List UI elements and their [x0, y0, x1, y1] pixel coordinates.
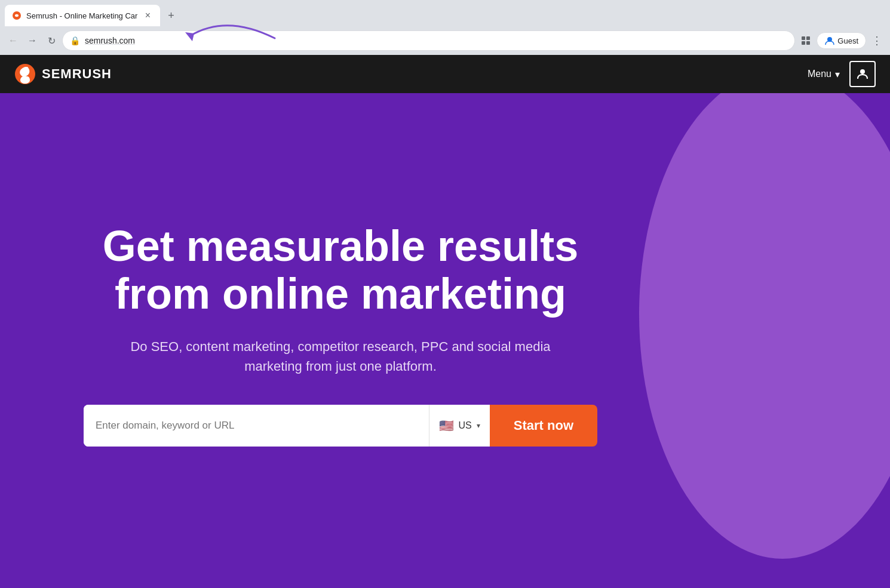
menu-chevron-icon: ▾	[835, 69, 840, 80]
svg-point-8	[860, 69, 865, 74]
extensions-button[interactable]	[797, 32, 814, 49]
active-tab[interactable]: Semrush - Online Marketing Car ×	[5, 5, 160, 26]
country-code: US	[459, 420, 472, 431]
search-container: 🇺🇸 US ▾	[84, 405, 490, 447]
browser-chrome: Semrush - Online Marketing Car × + ← → ↻…	[0, 0, 890, 55]
country-chevron-icon: ▾	[477, 421, 480, 430]
user-icon	[855, 67, 870, 81]
svg-rect-2	[802, 36, 805, 40]
tab-title: Semrush - Online Marketing Car	[26, 11, 137, 20]
svg-rect-5	[806, 41, 810, 45]
semrush-logo[interactable]: SEMRUSH	[14, 63, 112, 85]
svg-rect-4	[802, 41, 805, 45]
country-flag: 🇺🇸	[439, 418, 454, 433]
tab-close-button[interactable]: ×	[142, 10, 153, 21]
hero-content: Get measurable results from online marke…	[72, 223, 609, 446]
tab-favicon	[12, 11, 22, 20]
nav-right: Menu ▾	[808, 61, 876, 87]
menu-label: Menu	[808, 69, 831, 79]
new-tab-button[interactable]: +	[162, 7, 179, 24]
country-selector[interactable]: 🇺🇸 US ▾	[429, 405, 490, 447]
menu-button[interactable]: Menu ▾	[808, 69, 840, 80]
back-button[interactable]: ←	[5, 32, 22, 49]
search-input[interactable]	[84, 405, 429, 447]
hero-title: Get measurable results from online marke…	[72, 223, 609, 317]
url-text: semrush.com	[85, 36, 787, 45]
profile-label: Guest	[837, 36, 858, 45]
more-button[interactable]: ⋮	[868, 32, 885, 49]
hero-decoration	[639, 93, 890, 559]
refresh-button[interactable]: ↻	[43, 32, 60, 49]
browser-actions: Guest ⋮	[797, 32, 885, 49]
svg-rect-3	[806, 36, 810, 40]
semrush-navbar: SEMRUSH Menu ▾	[0, 55, 890, 93]
forward-button[interactable]: →	[24, 32, 41, 49]
hero-subtitle: Do SEO, content marketing, competitor re…	[108, 337, 573, 376]
address-bar[interactable]: 🔒 semrush.com	[62, 30, 795, 51]
browser-toolbar: ← → ↻ 🔒 semrush.com	[0, 26, 890, 55]
semrush-logo-icon	[14, 63, 36, 85]
semrush-logo-text: SEMRUSH	[42, 66, 112, 82]
start-now-button[interactable]: Start now	[490, 405, 597, 447]
hero-cta: 🇺🇸 US ▾ Start now	[84, 405, 597, 447]
website-content: SEMRUSH Menu ▾ Get measurable results fr…	[0, 55, 890, 588]
user-button[interactable]	[849, 61, 876, 87]
lock-icon: 🔒	[70, 36, 80, 45]
hero-section: Get measurable results from online marke…	[0, 93, 890, 588]
tab-bar: Semrush - Online Marketing Car × +	[0, 0, 890, 26]
profile-button[interactable]: Guest	[817, 32, 866, 49]
